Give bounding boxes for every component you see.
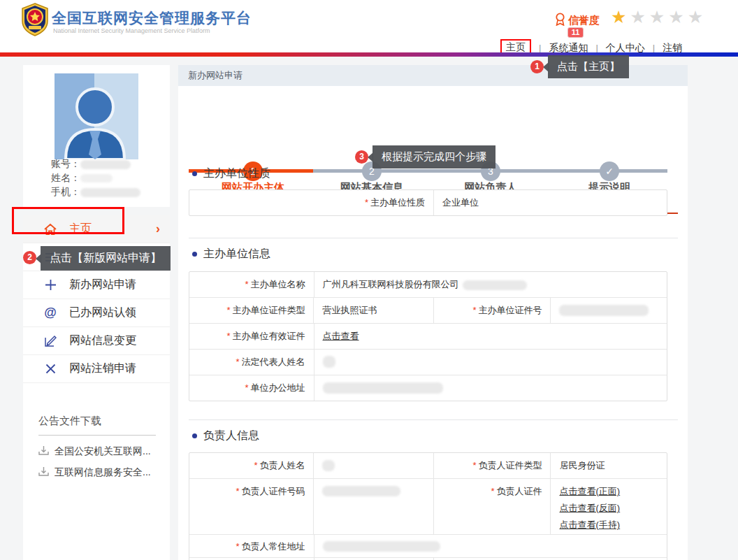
redacted-value bbox=[323, 356, 335, 368]
redacted-value bbox=[463, 280, 527, 290]
medal-icon bbox=[555, 13, 565, 29]
credit-label: 信誉度 bbox=[568, 14, 600, 27]
sidebar-item-claim-site[interactable]: @ 已办网站认领 bbox=[23, 299, 170, 327]
field-label: *主办单位证件号 bbox=[433, 298, 551, 323]
header: 全国互联网安全管理服务平台 National Internet Security… bbox=[0, 0, 738, 52]
table-row: *负责人证件号码 *负责人证件 点击查看(正面) 点击查看(反面) 点击查看(手… bbox=[189, 478, 667, 534]
plus-icon bbox=[43, 279, 58, 291]
sidebar-item-label: 已办网站认领 bbox=[69, 306, 136, 320]
step-circle-4-check-icon[interactable]: ✓ bbox=[600, 161, 619, 181]
name-label: 姓名： bbox=[51, 172, 80, 185]
sidebar-item-cancel-site[interactable]: 网站注销申请 bbox=[23, 355, 170, 383]
credit-score: 信誉度 bbox=[555, 13, 600, 29]
annotation-highlight-new-site bbox=[12, 207, 124, 234]
field-label: *单位办公地址 bbox=[189, 375, 314, 401]
download-link[interactable]: 互联网信息服务安全... bbox=[38, 466, 156, 479]
downloads-title: 公告文件下载 bbox=[38, 415, 156, 428]
phone-label: 手机： bbox=[51, 186, 80, 199]
sidebar-item-label: 新办网站申请 bbox=[69, 278, 136, 292]
field-label: *负责人证件号码 bbox=[189, 479, 313, 534]
downloads-divider bbox=[38, 435, 156, 436]
annotation-step-circle-2: 2 bbox=[23, 251, 36, 264]
platform-subtitle: National Internet Security Management Se… bbox=[53, 27, 210, 34]
star-icon[interactable]: ★ bbox=[630, 7, 649, 27]
main-panel: 新办网站申请 1 2 3 ✓ 网站开办主体 网站基本信息 网站负责人 提示说明 … bbox=[178, 65, 688, 560]
page: 全国互联网安全管理服务平台 National Internet Security… bbox=[0, 0, 738, 560]
sidebar-item-label: 网站注销申请 bbox=[69, 361, 136, 376]
bullet-icon bbox=[192, 252, 197, 257]
nav-separator: | bbox=[595, 43, 598, 53]
view-id-back-link[interactable]: 点击查看(反面) bbox=[559, 502, 658, 515]
field-value: 点击查看(正面) 点击查看(反面) 点击查看(手持) bbox=[550, 479, 667, 534]
field-label: *主办单位性质 bbox=[189, 190, 433, 215]
field-value bbox=[314, 535, 667, 557]
redacted-value bbox=[559, 305, 649, 316]
chevron-right-icon: › bbox=[156, 222, 160, 236]
redacted-phone-value bbox=[80, 188, 140, 197]
field-label: *负责人证件类型 bbox=[433, 453, 551, 478]
org-info-table: *主办单位名称 广州凡科互联网科技股份有限公司 *主办单位证件类型 营业执照证书… bbox=[189, 271, 667, 401]
table-row: *负责人常住地址 bbox=[189, 534, 667, 557]
sidebar-item-change-info[interactable]: 网站信息变更 bbox=[23, 327, 170, 355]
view-cert-link[interactable]: 点击查看 bbox=[323, 331, 359, 341]
sidebar-menu: 主页 › 新办网站申请 @ 已办网站认领 bbox=[23, 215, 170, 383]
edit-icon bbox=[43, 335, 58, 347]
field-value: 企业单位 bbox=[433, 190, 667, 215]
star-icon[interactable]: ★ bbox=[668, 7, 687, 27]
field-value: 营业执照证书 bbox=[313, 298, 433, 323]
field-label: *主办单位有效证件 bbox=[189, 324, 314, 349]
redacted-value bbox=[322, 486, 400, 496]
org-nature-table: *主办单位性质 企业单位 bbox=[189, 189, 667, 216]
download-link-label[interactable]: 互联网信息服务安全... bbox=[55, 466, 151, 479]
field-label: *主办单位名称 bbox=[189, 272, 314, 297]
account-label: 账号： bbox=[51, 158, 80, 171]
download-link-label[interactable]: 全国公安机关互联网... bbox=[55, 445, 151, 458]
sidebar-item-label: 网站信息变更 bbox=[69, 333, 136, 348]
manager-info-table: *负责人姓名 *负责人证件类型 居民身份证 *负责人证件号码 *负责人证 bbox=[189, 452, 667, 560]
downloads-section: 公告文件下载 全国公安机关互联网... 互联网信息服务安全... bbox=[38, 415, 156, 487]
star-icon[interactable]: ★ bbox=[688, 7, 707, 27]
download-icon bbox=[38, 445, 49, 458]
field-value: 广州凡科互联网科技股份有限公司 bbox=[314, 272, 667, 297]
table-row: *主办单位证件类型 营业执照证书 *主办单位证件号 bbox=[189, 297, 667, 323]
field-value bbox=[313, 479, 433, 534]
redacted-name-value bbox=[80, 174, 113, 182]
star-icon[interactable]: ★ bbox=[649, 7, 668, 27]
nav-item-home[interactable]: 主页 bbox=[506, 41, 526, 52]
field-label: *法定代表人姓名 bbox=[189, 350, 314, 375]
sidebar: 账号： 姓名： 手机： 主页 › bbox=[23, 65, 170, 560]
star-rating[interactable]: ★★★★★ bbox=[611, 7, 707, 27]
notification-count-badge: 11 bbox=[567, 27, 584, 38]
annotation-step-circle-3: 3 bbox=[355, 150, 368, 164]
bullet-icon bbox=[192, 171, 197, 176]
profile-name-row: 姓名： bbox=[51, 172, 113, 185]
star-icon[interactable]: ★ bbox=[611, 7, 630, 27]
annotation-step-circle-1: 1 bbox=[530, 60, 544, 73]
view-id-hold-link[interactable]: 点击查看(手持) bbox=[559, 519, 658, 531]
table-row: *负责人姓名 *负责人证件类型 居民身份证 bbox=[189, 453, 667, 478]
avatar bbox=[55, 73, 138, 162]
table-row bbox=[189, 557, 667, 560]
bullet-icon bbox=[192, 433, 197, 438]
section-title-org-nature: 主办单位性质 bbox=[192, 166, 270, 181]
redacted-value bbox=[323, 382, 443, 394]
field-value: 居民身份证 bbox=[550, 453, 667, 478]
profile-account-row: 账号： bbox=[51, 158, 131, 171]
redacted-value bbox=[323, 541, 440, 552]
field-label: *主办单位证件类型 bbox=[189, 298, 313, 323]
profile-phone-row: 手机： bbox=[51, 186, 140, 199]
annotation-tooltip-1: 点击【主页】 bbox=[548, 55, 629, 78]
field-label: *负责人姓名 bbox=[189, 453, 313, 478]
table-row: *法定代表人姓名 bbox=[189, 349, 667, 375]
field-value bbox=[314, 350, 667, 375]
table-row: *主办单位性质 企业单位 bbox=[189, 190, 667, 215]
view-id-front-link[interactable]: 点击查看(正面) bbox=[559, 485, 658, 498]
sidebar-item-new-site-application[interactable]: 新办网站申请 bbox=[23, 271, 170, 299]
table-row: *单位办公地址 bbox=[189, 375, 667, 401]
download-icon bbox=[38, 466, 49, 479]
download-link[interactable]: 全国公安机关互联网... bbox=[38, 445, 156, 458]
field-value: 点击查看 bbox=[314, 324, 667, 349]
platform-title: 全国互联网安全管理服务平台 bbox=[52, 8, 252, 28]
section-divider bbox=[189, 238, 678, 238]
section-divider bbox=[189, 419, 678, 420]
